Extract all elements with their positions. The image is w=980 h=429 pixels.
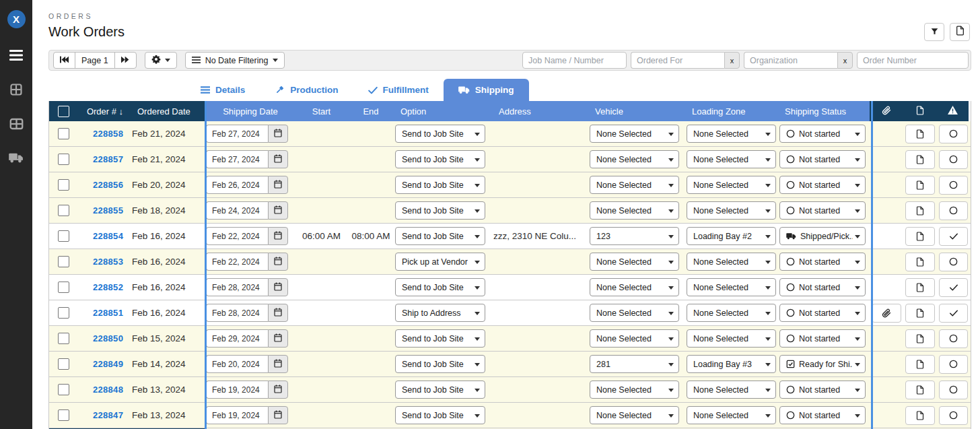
status-toggle-button[interactable] <box>939 253 968 271</box>
row-checkbox[interactable] <box>58 282 69 293</box>
shipping-date-input[interactable] <box>206 406 268 424</box>
document-button[interactable] <box>905 201 935 220</box>
select-all-checkbox[interactable] <box>49 101 78 121</box>
vehicle-select[interactable]: None Selected <box>590 201 679 220</box>
row-checkbox[interactable] <box>58 179 69 191</box>
status-toggle-button[interactable] <box>939 227 968 246</box>
settings-dropdown-button[interactable] <box>145 52 177 69</box>
loading-zone-select[interactable]: Loading Bay #2 <box>687 227 776 245</box>
document-button[interactable] <box>905 125 935 143</box>
shipping-status-select[interactable]: Not started <box>779 278 866 296</box>
option-select[interactable]: Send to Job Site <box>395 381 485 399</box>
tab-details[interactable]: Details <box>186 79 260 101</box>
document-button[interactable] <box>905 253 935 271</box>
option-select[interactable]: Send to Job Site <box>395 125 485 143</box>
status-toggle-button[interactable] <box>939 150 968 169</box>
option-select[interactable]: Send to Job Site <box>395 278 485 296</box>
shipping-date-input[interactable] <box>206 355 268 373</box>
loading-zone-select[interactable]: None Selected <box>687 253 776 271</box>
copy-document-button[interactable] <box>950 23 970 41</box>
sidebar-item-shipping[interactable] <box>0 141 32 175</box>
loading-zone-select[interactable]: None Selected <box>687 406 776 424</box>
shipping-status-select[interactable]: Shipped/Pick... <box>779 227 866 245</box>
status-toggle-button[interactable] <box>939 176 968 195</box>
column-header-order[interactable]: Order # ↓ <box>78 101 132 121</box>
status-toggle-button[interactable] <box>939 329 968 348</box>
tab-fulfillment[interactable]: Fulfillment <box>353 79 444 101</box>
shipping-status-select[interactable]: Not started <box>779 125 866 143</box>
vehicle-select[interactable]: None Selected <box>590 406 679 424</box>
calendar-button[interactable] <box>268 253 288 271</box>
status-toggle-button[interactable] <box>939 125 968 143</box>
vehicle-select[interactable]: None Selected <box>590 125 679 143</box>
row-checkbox[interactable] <box>58 205 69 216</box>
order-number-link[interactable]: 228856 <box>93 180 123 190</box>
document-button[interactable] <box>905 381 935 399</box>
attachment-button[interactable] <box>872 304 901 323</box>
vehicle-select[interactable]: None Selected <box>590 381 679 399</box>
calendar-button[interactable] <box>268 125 288 143</box>
option-select[interactable]: Pick up at Vendor <box>395 253 485 271</box>
next-page-button[interactable] <box>114 52 137 69</box>
shipping-date-input[interactable] <box>206 278 268 296</box>
calendar-button[interactable] <box>268 381 288 399</box>
calendar-button[interactable] <box>268 278 288 296</box>
status-toggle-button[interactable] <box>939 201 968 220</box>
shipping-status-select[interactable]: Not started <box>779 406 866 424</box>
row-checkbox[interactable] <box>58 230 69 242</box>
sidebar-menu-button[interactable] <box>0 38 32 72</box>
job-name-input[interactable] <box>522 52 627 69</box>
shipping-status-select[interactable]: Not started <box>779 381 866 399</box>
shipping-status-select[interactable]: Not started <box>779 150 866 168</box>
ordered-for-input[interactable] <box>631 52 724 69</box>
vehicle-select[interactable]: None Selected <box>590 304 679 322</box>
status-toggle-button[interactable] <box>939 406 968 425</box>
option-select[interactable]: Send to Job Site <box>395 150 485 168</box>
status-toggle-button[interactable] <box>939 304 968 323</box>
order-number-link[interactable]: 228854 <box>93 231 123 241</box>
document-button[interactable] <box>905 227 935 246</box>
calendar-button[interactable] <box>268 355 288 373</box>
first-page-button[interactable] <box>53 52 75 69</box>
vehicle-select[interactable]: 281 <box>590 355 679 373</box>
order-number-link[interactable]: 228847 <box>93 410 123 420</box>
order-number-link[interactable]: 228849 <box>93 359 123 369</box>
calendar-button[interactable] <box>268 150 288 168</box>
organization-input[interactable] <box>744 52 837 69</box>
document-button[interactable] <box>905 406 935 425</box>
clear-organization-button[interactable]: x <box>837 52 853 69</box>
vehicle-select[interactable]: 123 <box>590 227 679 245</box>
loading-zone-select[interactable]: None Selected <box>687 150 776 168</box>
loading-zone-select[interactable]: None Selected <box>687 125 776 143</box>
option-select[interactable]: Ship to Address <box>395 304 485 322</box>
sidebar-item-worktable[interactable] <box>0 106 32 141</box>
shipping-status-select[interactable]: Not started <box>779 304 866 322</box>
shipping-date-input[interactable] <box>206 125 268 143</box>
document-button[interactable] <box>905 355 935 374</box>
document-button[interactable] <box>905 150 935 169</box>
row-checkbox[interactable] <box>58 128 69 139</box>
row-checkbox[interactable] <box>58 358 69 370</box>
document-button[interactable] <box>905 176 935 195</box>
order-number-link[interactable]: 228852 <box>93 282 123 292</box>
row-checkbox[interactable] <box>58 333 69 344</box>
option-select[interactable]: Send to Job Site <box>395 329 485 348</box>
order-number-link[interactable]: 228853 <box>93 257 123 267</box>
tab-production[interactable]: Production <box>260 79 353 101</box>
shipping-status-select[interactable]: Not started <box>779 253 866 271</box>
option-select[interactable]: Send to Job Site <box>395 355 485 373</box>
order-number-link[interactable]: 228857 <box>93 154 123 164</box>
document-button[interactable] <box>905 329 935 348</box>
loading-zone-select[interactable]: None Selected <box>687 278 776 296</box>
calendar-button[interactable] <box>268 406 288 424</box>
status-toggle-button[interactable] <box>939 381 968 399</box>
option-select[interactable]: Send to Job Site <box>395 227 485 245</box>
loading-zone-select[interactable]: None Selected <box>687 381 776 399</box>
shipping-status-select[interactable]: Ready for Shi... <box>779 355 866 373</box>
option-select[interactable]: Send to Job Site <box>395 201 485 220</box>
row-checkbox[interactable] <box>58 256 69 267</box>
order-number-link[interactable]: 228855 <box>93 205 123 216</box>
row-checkbox[interactable] <box>58 409 69 421</box>
vehicle-select[interactable]: None Selected <box>590 329 679 348</box>
shipping-date-input[interactable] <box>206 329 268 348</box>
